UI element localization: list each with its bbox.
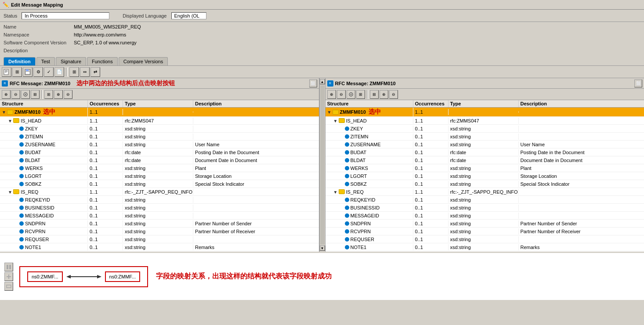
expand-icon[interactable]: ▼ — [8, 190, 12, 194]
table-row[interactable]: SNDPRN0..1xsd:stringPartner Number of Se… — [0, 220, 319, 228]
table-row[interactable]: ZKEY0..1xsd:string — [326, 125, 644, 133]
table-row[interactable]: ZKEY0..1xsd:string — [0, 125, 319, 133]
table-row[interactable]: REQKEYID0..1xsd:string — [326, 196, 644, 204]
expand-icon[interactable]: ▼ — [333, 119, 338, 123]
table-row[interactable]: BUDAT0..1rfc:datePosting Date in the Doc… — [0, 148, 319, 156]
software-value: SC_ERP, 1.0 of www.runergy — [74, 40, 137, 45]
node-name: ZITEMN — [25, 134, 43, 139]
grid-btn[interactable]: ⊞ — [12, 67, 22, 77]
table-row[interactable]: ▼IS_HEAD1..1rfc:ZMMS047 — [0, 117, 319, 125]
table-row[interactable]: BUSINESSID0..1xsd:string — [326, 204, 644, 212]
tab-test[interactable]: Test — [36, 57, 55, 65]
table-row[interactable]: NOTE20..1xsd:stringRemarks — [326, 251, 644, 252]
bottom-btn-1[interactable] — [4, 263, 13, 271]
table-row[interactable]: WERKS0..1xsd:stringPlant — [0, 164, 319, 172]
save-btn[interactable] — [23, 67, 33, 77]
bottom-btn-2[interactable] — [4, 272, 13, 281]
folder-icon — [13, 189, 19, 194]
node-name: ZMMFM010 — [14, 109, 40, 115]
field-icon — [19, 150, 24, 155]
table-row[interactable]: REQUSER0..1xsd:string — [326, 235, 644, 243]
table-row[interactable]: ▼ZMMFM010选中1..1 — [0, 108, 319, 117]
left-tb-4[interactable]: ⊞ — [31, 90, 40, 99]
table-row[interactable]: NOTE20..1xsd:stringRemarks — [0, 251, 319, 252]
table-row[interactable]: MESSAGEID0..1xsd:string — [0, 212, 319, 220]
table-row[interactable]: SOBKZ0..1xsd:stringSpecial Stock Indicat… — [0, 180, 319, 188]
name-value: MM_MM005_WMS2ERP_REQ — [74, 24, 141, 29]
tab-signature[interactable]: Signature — [56, 57, 86, 65]
node-name: MESSAGEID — [351, 213, 379, 218]
center-splitter[interactable]: ▲ ▼ — [319, 78, 326, 252]
doc-btn[interactable]: 📄 — [54, 67, 64, 77]
node-name: ZUSERNAME — [25, 142, 55, 147]
bottom-left-buttons — [4, 263, 13, 291]
node-name: ZITEMN — [351, 134, 369, 139]
table-row[interactable]: MESSAGEID0..1xsd:string — [326, 212, 644, 220]
right-tb-7[interactable]: ⊖ — [389, 90, 398, 99]
svg-marker-18 — [66, 275, 71, 278]
table-row[interactable]: NOTE10..1xsd:stringRemarks — [326, 243, 644, 251]
table-row[interactable]: BLDAT0..1rfc:dateDocument Date in Docume… — [0, 156, 319, 164]
check-btn[interactable]: ✓ — [44, 67, 54, 77]
table-row[interactable]: NOTE10..1xsd:stringRemarks — [0, 243, 319, 251]
expand-icon[interactable]: ▼ — [327, 110, 332, 114]
left-tb-1[interactable]: ⊕ — [2, 90, 11, 99]
table-row[interactable]: SNDPRN0..1xsd:stringPartner Number of Se… — [326, 220, 644, 228]
gear-btn[interactable]: ⚙ — [33, 67, 43, 77]
sep3 — [367, 90, 368, 99]
node-name: WERKS — [351, 166, 368, 171]
table-row[interactable]: ▼IS_HEAD1..1rfc:ZMMS047 — [326, 117, 644, 125]
table-row[interactable]: WERKS0..1xsd:stringPlant — [326, 164, 644, 172]
node-name: BLDAT — [351, 158, 366, 163]
right-tb-2[interactable]: ⊖ — [337, 90, 346, 99]
left-tb-3[interactable] — [21, 90, 30, 99]
table-row[interactable]: ZITEMN0..1xsd:string — [326, 133, 644, 141]
table-row[interactable]: RCVPRN0..1xsd:stringPartner Number of Re… — [326, 228, 644, 235]
scroll-up[interactable]: ▲ — [320, 79, 325, 84]
table-row[interactable]: ZUSERNAME0..1xsd:stringUser Name — [0, 141, 319, 148]
left-tb-2[interactable]: ⊖ — [11, 90, 20, 99]
table-row[interactable]: BLDAT0..1rfc:dateDocument Date in Docume… — [326, 156, 644, 164]
table-row[interactable]: ZITEMN0..1xsd:string — [0, 133, 319, 141]
bottom-annotation: 字段的映射关系，出现这样的结构就代表该字段映射成功 — [156, 272, 332, 281]
sep2 — [41, 90, 43, 99]
table-row[interactable]: REQKEYID0..1xsd:string — [0, 196, 319, 204]
right-tb-5[interactable]: ⊞ — [370, 90, 379, 99]
table-row[interactable]: LGORT0..1xsd:stringStorage Location — [0, 172, 319, 180]
left-tb-7[interactable]: ⊖ — [64, 90, 72, 99]
bottom-btn-3[interactable] — [4, 282, 13, 291]
table-row[interactable]: ▼ZMMFM010选中1..1 — [326, 108, 644, 117]
expand-icon[interactable]: ▼ — [333, 190, 338, 194]
right-tb-4[interactable]: ⊞ — [356, 90, 365, 99]
right-tb-6[interactable]: ⊕ — [380, 90, 388, 99]
table-row[interactable]: REQUSER0..1xsd:string — [0, 235, 319, 243]
tab-compare[interactable]: Compare Versions — [119, 57, 168, 65]
split-btn[interactable]: ⇄ — [90, 67, 100, 77]
expand-icon[interactable]: ▼ — [2, 110, 6, 114]
merge-btn[interactable]: ⇔ — [80, 67, 90, 77]
expand-icon[interactable]: ▼ — [8, 119, 12, 123]
right-maximize-btn[interactable]: ⬜ — [634, 79, 642, 87]
svg-rect-1 — [5, 70, 7, 71]
table-row[interactable]: BUDAT0..1rfc:datePosting Date in the Doc… — [326, 148, 644, 156]
table-row[interactable]: SOBKZ0..1xsd:stringSpecial Stock Indicat… — [326, 180, 644, 188]
table-row[interactable]: ▼IS_REQ1..1rfc:-_ZJT_-SAPPO_REQ_INFO — [0, 188, 319, 196]
left-tb-5[interactable]: ⊞ — [44, 90, 53, 99]
right-tb-1[interactable]: ⊕ — [327, 90, 336, 99]
field-icon — [345, 158, 349, 162]
table-row[interactable]: ZUSERNAME0..1xsd:stringUser Name — [326, 141, 644, 148]
table-row[interactable]: BUSINESSID0..1xsd:string — [0, 204, 319, 212]
left-maximize-btn[interactable]: ⬜ — [309, 79, 317, 87]
scroll-down[interactable]: ▼ — [320, 246, 325, 251]
table-row[interactable]: RCVPRN0..1xsd:stringPartner Number of Re… — [0, 228, 319, 235]
left-tb-6[interactable]: ⊕ — [54, 90, 63, 99]
right-rfc-icon: R — [327, 80, 333, 87]
tab-definition[interactable]: Definition — [4, 57, 36, 65]
folder-icon — [13, 118, 19, 123]
table-row[interactable]: ▼IS_REQ1..1rfc:-_ZJT_-SAPPO_REQ_INFO — [326, 188, 644, 196]
grid2-btn[interactable]: ⊞ — [69, 67, 79, 77]
tab-functions[interactable]: Functions — [87, 57, 118, 65]
table-row[interactable]: LGORT0..1xsd:stringStorage Location — [326, 172, 644, 180]
right-tb-3[interactable] — [347, 90, 355, 99]
new-btn[interactable] — [2, 67, 11, 77]
